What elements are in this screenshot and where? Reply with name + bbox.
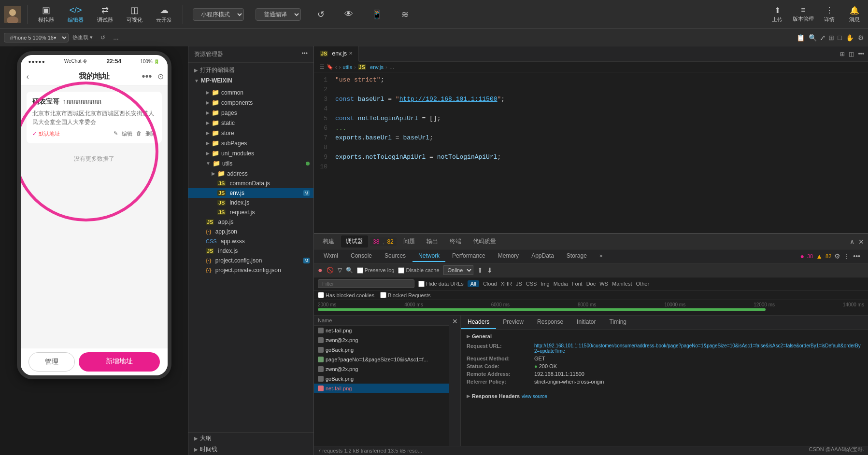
simulator-btn[interactable]: ▣ 模拟器 <box>33 3 59 26</box>
cloud-btn[interactable]: ☁ 云开发 <box>151 3 177 26</box>
filter-manifest[interactable]: Manifest <box>612 281 632 287</box>
details-tab-response[interactable]: Response <box>530 316 570 329</box>
breadcrumb-utils[interactable]: utils <box>342 64 352 70</box>
tab-debugger[interactable]: 调试器 <box>341 235 368 248</box>
timeline-section[interactable]: ▶ 时间线 <box>188 444 313 455</box>
file-indexjs[interactable]: JSindex.js <box>188 246 313 256</box>
tab-env-js[interactable]: JS env.js ✕ <box>314 46 359 62</box>
hide-data-urls-check[interactable]: Hide data URLs <box>418 281 464 287</box>
view-source-link[interactable]: view source <box>522 394 547 399</box>
device-select[interactable]: iPhone 5 100% 16▾ <box>4 33 69 42</box>
details-tab-timing[interactable]: Timing <box>602 316 633 329</box>
manage-btn[interactable]: 管理 <box>28 352 75 372</box>
filter-img[interactable]: Img <box>541 281 549 287</box>
file-index-utils[interactable]: JSindex.js <box>188 198 313 207</box>
debugger-btn[interactable]: ⇄ 调试器 <box>92 3 118 26</box>
realtest-btn[interactable]: 📱 <box>365 7 389 22</box>
filetree-more[interactable]: ••• <box>301 50 308 58</box>
file-appjson[interactable]: {·}app.json <box>188 227 313 236</box>
preview-icon-btn[interactable]: 👁 <box>337 7 361 21</box>
tab-more[interactable]: » <box>594 250 609 262</box>
user-avatar[interactable] <box>4 6 21 23</box>
filter-ws[interactable]: WS <box>599 281 608 287</box>
edit-label[interactable]: 编辑 <box>122 130 132 138</box>
download-throttle-icon[interactable]: ⬇ <box>487 266 493 274</box>
network-item-goback1[interactable]: goBack.png <box>314 345 449 355</box>
outline-section[interactable]: ▶ 大纲 <box>188 433 313 444</box>
file-env[interactable]: JSenv.jsM <box>188 188 313 198</box>
record-btn[interactable]: ⊙ <box>157 72 164 81</box>
file-appwxss[interactable]: CSSapp.wxss <box>188 236 313 246</box>
delete-label[interactable]: 删除 <box>145 130 156 138</box>
layout-icon[interactable]: ◫ <box>849 51 854 57</box>
record-icon[interactable]: ● <box>318 266 323 275</box>
close-tab-icon[interactable]: ✕ <box>349 51 353 56</box>
menu-btn[interactable]: ••• <box>142 71 152 82</box>
more-btn[interactable]: … <box>113 34 119 41</box>
close-detail-btn[interactable]: ✕ <box>449 316 461 446</box>
blocked-requests[interactable]: Blocked Requests <box>380 292 431 298</box>
filter-all-btn[interactable]: All <box>468 280 479 287</box>
split-icon[interactable]: ⊞ <box>840 51 845 57</box>
breadcrumb-file[interactable]: env.js <box>370 64 384 70</box>
details-tab-headers[interactable]: Headers <box>461 316 496 329</box>
upload-btn[interactable]: ⬆ 上传 <box>768 6 787 23</box>
filter-other[interactable]: Other <box>636 281 650 287</box>
close-devtools-btn[interactable]: ✕ <box>858 238 864 246</box>
visualize-btn[interactable]: ◫ 可视化 <box>122 3 147 26</box>
more-editor-icon[interactable]: ••• <box>858 51 864 57</box>
folder-store[interactable]: ▶📁store <box>188 128 313 138</box>
file-projectconfig[interactable]: {·}project.config.jsonM <box>188 256 313 265</box>
toolbar-icon-3[interactable]: ⑇ <box>821 34 825 41</box>
mode-select[interactable]: 小程序模式 <box>193 8 244 21</box>
network-extra-icon[interactable]: ••• <box>853 252 860 260</box>
tab-memory[interactable]: Memory <box>492 250 525 262</box>
network-item-api[interactable]: page?pageNo=1&pageSize=10&isAsc1=f... <box>314 355 449 364</box>
disable-cache-check[interactable]: Disable cache <box>398 267 439 274</box>
tab-errors[interactable]: 38 , 82 <box>370 237 397 246</box>
code-area[interactable]: 1 "use strict"; 2 3 const baseUrl = "htt… <box>314 72 868 233</box>
tab-appdata[interactable]: AppData <box>526 250 560 262</box>
filter-icon[interactable]: ▽ <box>338 267 342 274</box>
filter-input[interactable] <box>318 279 414 288</box>
folder-address[interactable]: ▶📁address <box>188 168 313 179</box>
tab-sources[interactable]: Sources <box>379 250 412 262</box>
tab-network[interactable]: Network <box>413 250 445 262</box>
tab-terminal[interactable]: 终端 <box>445 235 466 248</box>
network-item-goback2[interactable]: goBack.png <box>314 374 449 384</box>
collapse-btn[interactable]: ∧ <box>850 238 854 246</box>
version-btn[interactable]: ≡ 版本管理 <box>793 6 814 23</box>
network-item-zwnr2[interactable]: zwnr@2x.png <box>314 364 449 374</box>
message-btn[interactable]: 🔔 消息 <box>845 6 864 23</box>
compile-select[interactable]: 普通编译 <box>256 8 301 21</box>
refresh-small-btn[interactable]: ↺ <box>100 34 105 41</box>
network-item-zwnr1[interactable]: zwnr@2x.png <box>314 335 449 345</box>
tab-issues[interactable]: 问题 <box>398 235 420 248</box>
toolbar-icon-2[interactable]: 🔍 <box>809 34 817 41</box>
back-btn[interactable]: ‹ <box>27 72 29 81</box>
network-item-netfail2[interactable]: net-fail.png <box>314 384 449 393</box>
has-blocked-cookies[interactable]: Has blocked cookies <box>318 292 374 298</box>
breadcrumb-back[interactable]: ‹ <box>335 64 337 70</box>
tab-console[interactable]: Console <box>345 250 378 262</box>
details-btn[interactable]: ⋮ 详情 <box>820 6 839 23</box>
network-more-icon[interactable]: ⋮ <box>843 252 850 260</box>
breadcrumb-forward[interactable]: › <box>339 64 341 70</box>
open-editors-section[interactable]: ▶ 打开的编辑器 <box>188 65 313 76</box>
refresh-btn[interactable]: ↺ <box>309 7 333 22</box>
editor-btn[interactable]: </> 编辑器 <box>63 3 88 26</box>
folder-subpages[interactable]: ▶📁subPages <box>188 138 313 148</box>
filter-cloud[interactable]: Cloud <box>483 281 497 287</box>
filter-media[interactable]: Media <box>554 281 568 287</box>
toolbar-icon-5[interactable]: □ <box>838 34 842 41</box>
filter-font[interactable]: Font <box>572 281 583 287</box>
filter-xhr[interactable]: XHR <box>501 281 512 287</box>
add-address-btn[interactable]: 新增地址 <box>79 352 160 372</box>
toolbar-icon-1[interactable]: 📋 <box>797 34 805 41</box>
details-tab-initiator[interactable]: Initiator <box>570 316 602 329</box>
folder-utils[interactable]: ▼📁utils <box>188 158 313 168</box>
file-appjs[interactable]: JSapp.js <box>188 217 313 227</box>
tab-storage[interactable]: Storage <box>561 250 593 262</box>
search-icon[interactable]: 🔍 <box>346 267 353 274</box>
preserve-log-check[interactable]: Preserve log <box>357 267 395 274</box>
